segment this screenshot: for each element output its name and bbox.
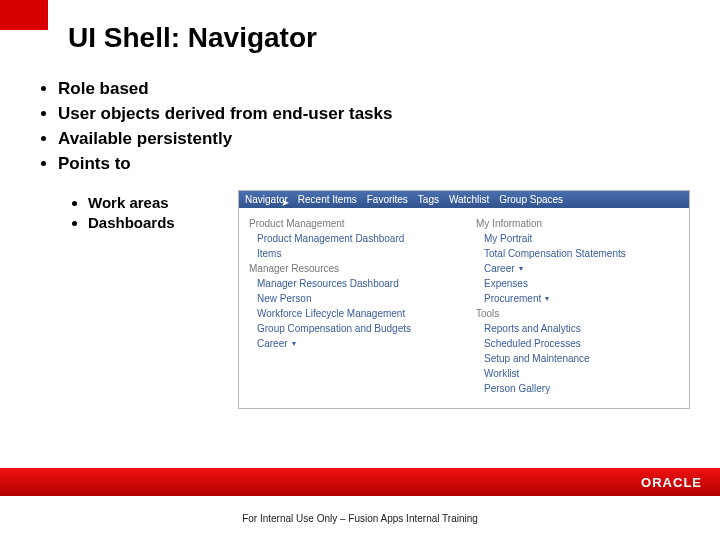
sub-bullet-item: Dashboards [88, 214, 230, 231]
nav-link[interactable]: Product Management Dashboard [257, 233, 452, 244]
nav-link[interactable]: Items [257, 248, 452, 259]
nav-link[interactable]: Workforce Lifecycle Management [257, 308, 452, 319]
navigator-panel: Navigator Recent Items Favorites Tags Wa… [238, 190, 690, 409]
nav-link[interactable]: My Portrait [484, 233, 679, 244]
nav-link[interactable]: Manager Resources Dashboard [257, 278, 452, 289]
nav-link[interactable]: Scheduled Processes [484, 338, 679, 349]
nav-link[interactable]: Total Compensation Statements [484, 248, 679, 259]
page-title: UI Shell: Navigator [68, 22, 317, 54]
sub-bullet-item: Work areas [88, 194, 230, 211]
nav-link-career[interactable]: Career▾ [257, 338, 452, 349]
oracle-logo: ORACLE [641, 475, 702, 490]
chevron-down-icon: ▾ [519, 264, 523, 273]
bullet-item: Role based [58, 78, 690, 101]
navigator-top-bar: Navigator Recent Items Favorites Tags Wa… [239, 191, 689, 208]
nav-link[interactable]: Setup and Maintenance [484, 353, 679, 364]
nav-section-manager-resources: Manager Resources [249, 263, 452, 274]
nav-tab-watchlist[interactable]: Watchlist [449, 194, 489, 205]
footer-bar: ORACLE [0, 468, 720, 496]
chevron-down-icon: ▾ [292, 339, 296, 348]
navigator-column-right: My Information My Portrait Total Compens… [476, 216, 679, 398]
bullet-item: User objects derived from end-user tasks [58, 103, 690, 126]
bullet-content: Role based User objects derived from end… [36, 78, 690, 178]
bullet-item: Points to [58, 153, 690, 176]
nav-link-career[interactable]: Career▾ [484, 263, 679, 274]
nav-section-my-information: My Information [476, 218, 679, 229]
footer-note: For Internal Use Only – Fusion Apps Inte… [0, 513, 720, 524]
nav-tab-tags[interactable]: Tags [418, 194, 439, 205]
nav-tab-favorites[interactable]: Favorites [367, 194, 408, 205]
nav-link[interactable]: Person Gallery [484, 383, 679, 394]
nav-link[interactable]: Expenses [484, 278, 679, 289]
nav-tab-group-spaces[interactable]: Group Spaces [499, 194, 563, 205]
nav-link[interactable]: Group Compensation and Budgets [257, 323, 452, 334]
navigator-column-left: Product Management Product Management Da… [249, 216, 452, 398]
nav-section-product-management: Product Management [249, 218, 452, 229]
nav-tab-navigator[interactable]: Navigator [245, 194, 288, 205]
chevron-down-icon: ▾ [545, 294, 549, 303]
sub-bullets: Work areas Dashboards [60, 190, 230, 409]
nav-link-procurement[interactable]: Procurement▾ [484, 293, 679, 304]
nav-link[interactable]: New Person [257, 293, 452, 304]
nav-tab-recent-items[interactable]: Recent Items [298, 194, 357, 205]
nav-link[interactable]: Worklist [484, 368, 679, 379]
nav-link[interactable]: Reports and Analytics [484, 323, 679, 334]
brand-red-square [0, 0, 48, 30]
nav-section-tools: Tools [476, 308, 679, 319]
bullet-item: Available persistently [58, 128, 690, 151]
